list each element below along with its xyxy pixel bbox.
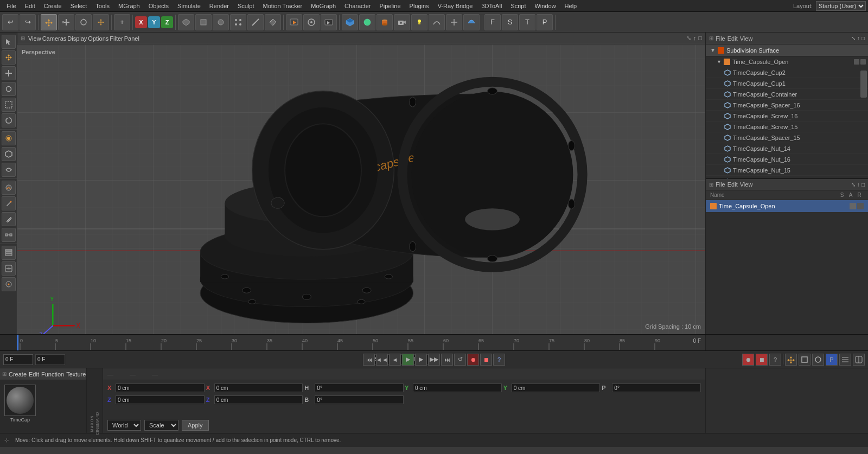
viewport-menu-view[interactable]: View <box>28 35 41 42</box>
menu-simulate[interactable]: Simulate <box>173 2 205 10</box>
null-btn[interactable] <box>446 14 462 30</box>
scene-up-icon[interactable]: ↑ <box>857 35 860 41</box>
left-tool-snap[interactable] <box>2 277 16 291</box>
loop-btn[interactable]: ↺ <box>454 354 466 366</box>
props-max-icon[interactable]: □ <box>861 182 865 188</box>
tree-item-spacer16[interactable]: TimeCapsule_Spacer_16 <box>706 100 868 111</box>
left-tool-bridge[interactable] <box>2 228 16 242</box>
coord-z-input[interactable] <box>116 395 205 404</box>
obj-render-toggle[interactable] <box>857 203 864 209</box>
light-btn[interactable] <box>411 14 427 30</box>
add-btn[interactable]: + <box>114 14 130 30</box>
tree-item-capsule-open[interactable]: ▼ Time_Capsule_Open <box>706 56 868 67</box>
props-edit-menu[interactable]: Edit <box>727 181 738 188</box>
props-file-menu[interactable]: File <box>716 181 725 188</box>
redo-btn[interactable]: ↪ <box>20 14 36 30</box>
model-mode-btn[interactable] <box>178 14 194 30</box>
persp-view-btn[interactable]: P <box>537 14 553 30</box>
second-frame-input[interactable]: 0 F <box>35 354 65 365</box>
subdiv-collapse-icon[interactable]: ▼ <box>710 47 716 53</box>
y-axis-btn[interactable]: Y <box>148 16 160 28</box>
left-tool-move[interactable] <box>2 50 16 65</box>
left-tool-texture[interactable] <box>2 261 16 276</box>
spline-btn[interactable] <box>429 14 445 30</box>
undo-btn[interactable]: ↩ <box>2 14 18 30</box>
coord-system-select[interactable]: World Object <box>107 420 141 431</box>
left-tool-pointer[interactable] <box>2 35 16 49</box>
skip-to-end-btn[interactable]: ⏭ <box>441 354 453 366</box>
viewport-menu-cameras[interactable]: Cameras <box>42 35 67 42</box>
edge-mode-btn[interactable] <box>247 14 264 30</box>
next-frame-btn[interactable]: ▶ <box>415 354 427 366</box>
left-tool-paint[interactable] <box>2 196 16 210</box>
front-view-btn[interactable]: F <box>484 14 501 30</box>
scene-edit-menu[interactable]: Edit <box>727 35 738 42</box>
left-tool-box[interactable] <box>2 98 16 112</box>
tree-item-container[interactable]: TimeCapsule_Container <box>706 89 868 100</box>
coord-y2-input[interactable] <box>512 383 601 392</box>
combined-tool-btn[interactable] <box>93 14 109 30</box>
transform-mode-btn4[interactable]: P <box>826 354 838 366</box>
tree-scrollbar-thumb[interactable] <box>860 71 867 98</box>
coord-z2-input[interactable] <box>214 395 303 404</box>
render-dot[interactable] <box>860 59 866 65</box>
tree-item-cup2[interactable]: TimeCapsule_Cup2 <box>706 67 868 78</box>
scene-expand-icon[interactable]: ⤡ <box>851 35 856 41</box>
left-tool-smooth[interactable] <box>2 163 16 177</box>
move-tool-btn[interactable] <box>41 14 57 30</box>
object-mode-btn[interactable] <box>195 14 212 30</box>
menu-select[interactable]: Select <box>66 2 92 10</box>
record-btn[interactable]: ⏺ <box>467 354 479 366</box>
selected-object-row[interactable]: Time_Capsule_Open <box>706 200 868 212</box>
viewport-menu-filter[interactable]: Filter <box>110 35 123 42</box>
mat-function-menu[interactable]: Function <box>41 371 64 378</box>
prev-key-btn[interactable]: ◄◄ <box>376 354 388 366</box>
menu-objects[interactable]: Objects <box>144 2 173 10</box>
left-tool-live[interactable] <box>2 131 16 145</box>
texture-mode-btn[interactable] <box>213 14 229 30</box>
menu-pipeline[interactable]: Pipeline <box>375 2 405 10</box>
menu-script[interactable]: Script <box>506 2 530 10</box>
viewport-expand-icon[interactable]: ⤡ <box>686 35 691 42</box>
coord-b-input[interactable] <box>315 395 404 404</box>
z-axis-btn[interactable]: Z <box>161 16 173 28</box>
point-mode-btn[interactable] <box>230 14 246 30</box>
viewport-menu-panel[interactable]: Panel <box>124 35 139 42</box>
tree-item-screw15[interactable]: TimeCapsule_Screw_15 <box>706 122 868 132</box>
transform-mode-select[interactable]: Scale Move Rotate <box>144 420 178 431</box>
visibility-dot[interactable] <box>854 59 859 65</box>
viewport-maximize-icon[interactable]: □ <box>698 35 702 42</box>
left-tool-scale[interactable] <box>2 66 16 80</box>
left-tool-lasso[interactable] <box>2 113 16 127</box>
tree-item-nut14[interactable]: TimeCapsule_Nut_14 <box>706 143 868 154</box>
cylinder-view-btn[interactable] <box>376 14 393 30</box>
mat-create-menu[interactable]: Create <box>9 371 27 378</box>
menu-file[interactable]: File <box>2 2 21 10</box>
question-icon-btn[interactable]: ? <box>769 354 781 366</box>
left-tool-layers[interactable] <box>2 246 16 260</box>
camera-btn[interactable] <box>394 14 410 30</box>
left-tool-rotate[interactable] <box>2 82 16 96</box>
apply-button[interactable]: Apply <box>182 420 209 431</box>
polygon-mode-btn[interactable] <box>265 14 281 30</box>
props-expand-icon[interactable]: ⤡ <box>851 182 856 188</box>
tree-item-nut15[interactable]: TimeCapsule_Nut_15 <box>706 165 868 176</box>
transform-mode-btn3[interactable] <box>812 354 824 366</box>
menu-plugins[interactable]: Plugins <box>405 2 433 10</box>
mat-edit-menu[interactable]: Edit <box>29 371 39 378</box>
coord-y-input[interactable] <box>413 383 502 392</box>
viewport-up-icon[interactable]: ↑ <box>693 35 697 42</box>
menu-render[interactable]: Render <box>205 2 233 10</box>
menu-motion-tracker[interactable]: Motion Tracker <box>259 2 307 10</box>
props-up-icon[interactable]: ↑ <box>857 182 860 188</box>
skip-to-start-btn[interactable]: ⏮ <box>363 354 375 366</box>
left-tool-knife[interactable] <box>2 212 16 226</box>
menu-window[interactable]: Window <box>530 2 560 10</box>
prev-frame-btn[interactable]: ◄ <box>389 354 401 366</box>
stop-icon-btn[interactable]: ⏹ <box>756 354 768 366</box>
scene-file-menu[interactable]: File <box>716 35 725 42</box>
coord-h-input[interactable] <box>315 383 404 392</box>
material-preview[interactable] <box>4 385 36 416</box>
menu-tools[interactable]: Tools <box>91 2 114 10</box>
left-tool-sculpt[interactable] <box>2 181 16 195</box>
